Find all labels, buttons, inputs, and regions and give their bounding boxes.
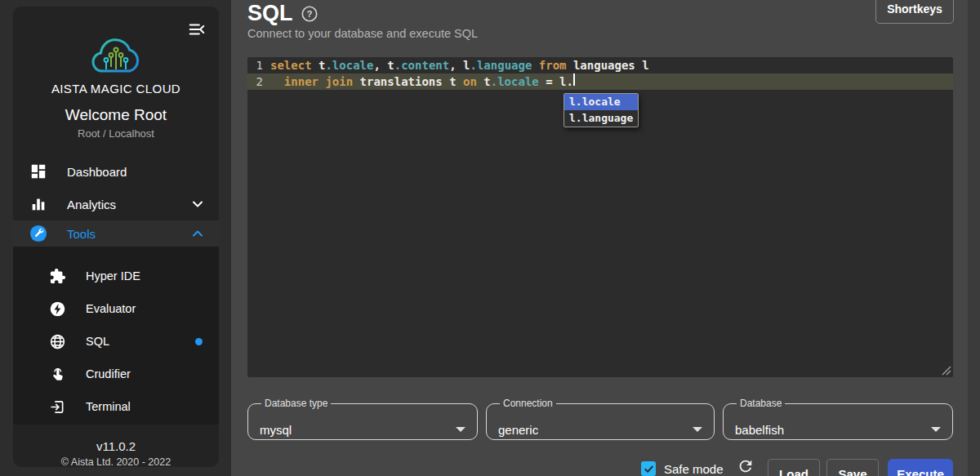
select-value: mysql [260,423,292,437]
shortkeys-button[interactable]: Shortkeys [875,0,954,24]
code-line[interactable]: 1select t.locale, t.content, l.language … [247,57,953,73]
sql-editor[interactable]: 1select t.locale, t.content, l.language … [247,57,953,377]
dropdown-arrow-icon [693,427,702,432]
sidebar-item-label: Evaluator [86,302,136,315]
sidebar-item-label: Crudifier [86,367,131,380]
page-subtitle: Connect to your database and execute SQL [247,27,478,40]
active-page-dot [195,338,203,345]
database-type-select[interactable]: Database type mysql [247,398,478,440]
brand-title: AISTA MAGIC CLOUD [13,82,219,96]
check-icon [644,464,654,474]
chevron-up-icon[interactable] [189,225,206,242]
sidebar-item-label: Tools [67,227,96,241]
text-caret [573,73,575,86]
cloud-logo [86,31,146,83]
wrench-icon [29,225,47,242]
select-label: Database type [261,398,331,409]
sidebar-item-label: Hyper IDE [86,269,140,282]
sidebar-item-dashboard[interactable]: Dashboard [13,155,219,188]
refresh-icon [737,457,755,475]
sidebar-item-label: Dashboard [67,165,127,179]
bar-chart-icon [29,195,47,213]
execute-button[interactable]: Execute [888,459,953,476]
version-text: v11.0.2 [13,439,219,453]
code-text: select t.locale, t.content, l.language f… [270,57,649,73]
help-icon[interactable]: ? [301,5,318,23]
code-text: inner join translations t on t.locale = … [270,73,573,90]
menu-collapse-icon [186,20,207,38]
checkbox-box[interactable] [641,461,656,476]
safe-mode-checkbox[interactable]: Safe mode [641,461,724,476]
save-button[interactable]: Save [826,459,879,476]
lightning-icon [49,300,66,318]
connection-select[interactable]: Connection generic [486,398,715,440]
chevron-down-icon[interactable] [189,196,206,212]
sidebar-collapse-button[interactable] [185,20,209,41]
dashboard-icon [29,162,47,180]
safe-mode-label: Safe mode [664,462,724,476]
autocomplete-popup: l.localel.language [564,93,639,127]
load-button[interactable]: Load [768,459,820,476]
code-line-active[interactable]: 2 inner join translations t on t.locale … [247,73,953,90]
globe-icon [49,333,66,350]
sidebar-card: AISTA MAGIC CLOUD Welcome Root Root / Lo… [13,7,219,467]
copyright-text: © Aista Ltd. 2020 - 2022 [13,456,219,467]
select-value: generic [498,423,538,437]
welcome-text: Welcome Root [13,106,219,124]
sidebar-item-tools[interactable]: Tools [13,220,219,247]
tools-submenu: Hyper IDE Evaluator [13,247,219,425]
sidebar-item-sql[interactable]: SQL [13,325,219,358]
autocomplete-item[interactable]: l.language [564,110,638,127]
resize-handle[interactable] [940,364,951,376]
sidebar-item-evaluator[interactable]: Evaluator [13,292,219,325]
sidebar-item-analytics[interactable]: Analytics [13,188,219,220]
select-value: babelfish [735,423,784,437]
page-title-text: SQL [247,1,293,26]
line-number: 2 [247,73,270,90]
sidebar-item-terminal[interactable]: Terminal [13,390,219,423]
terminal-icon [49,398,66,416]
sidebar-item-hyper-ide[interactable]: Hyper IDE [13,260,219,292]
app-window: AISTA MAGIC CLOUD Welcome Root Root / Lo… [0,0,980,476]
page-scrollbar[interactable] [968,0,980,476]
svg-text:?: ? [306,9,312,19]
sidebar: AISTA MAGIC CLOUD Welcome Root Root / Lo… [0,0,231,476]
sidebar-item-label: Analytics [67,198,116,211]
dropdown-arrow-icon [456,427,466,432]
sidebar-item-label: SQL [86,335,109,348]
database-select[interactable]: Database babelfish [723,398,953,440]
sidebar-item-label: Terminal [86,400,131,413]
account-text: Root / Localhost [13,127,219,140]
puzzle-icon [49,268,66,285]
line-number: 1 [247,57,270,73]
autocomplete-item[interactable]: l.locale [564,94,638,110]
select-label: Connection [500,398,556,409]
sidebar-item-crudifier[interactable]: Crudifier [13,358,219,390]
select-label: Database [737,398,785,409]
refresh-button[interactable] [736,457,755,476]
touch-icon [49,366,66,383]
page-title: SQL ? [247,1,318,26]
dropdown-arrow-icon [931,427,941,432]
